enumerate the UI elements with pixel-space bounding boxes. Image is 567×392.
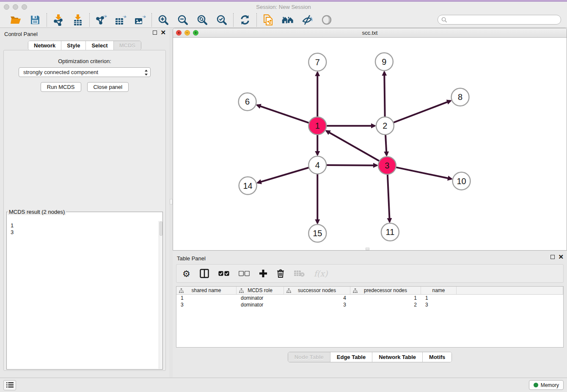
tab-node-table[interactable]: Node Table xyxy=(288,352,330,362)
close-panel-icon[interactable]: ✕ xyxy=(160,30,166,35)
network-title: scc.txt xyxy=(173,30,567,36)
zoom-out-icon[interactable] xyxy=(176,14,189,26)
node-table[interactable]: shared name MCDS role successor nodes pr… xyxy=(176,286,564,348)
column-header-name[interactable]: name xyxy=(421,287,457,294)
cell-mcds-role[interactable]: dominator xyxy=(237,295,284,301)
toolbar-search xyxy=(438,15,561,25)
canvas-splitter-handle[interactable] xyxy=(366,248,369,250)
minimize-window-button[interactable] xyxy=(13,4,18,10)
graph-edge-2-9[interactable] xyxy=(384,72,385,117)
column-header-shared-name[interactable]: shared name xyxy=(176,287,237,294)
tab-network[interactable]: Network xyxy=(28,41,61,50)
graph-node-label-3: 3 xyxy=(385,161,389,170)
optimization-criterion-dropdown[interactable]: strongly connected component xyxy=(19,67,151,77)
run-mcds-button[interactable]: Run MCDS xyxy=(41,82,81,92)
mcds-result-scrollbar[interactable] xyxy=(159,221,162,369)
cell-successor-nodes[interactable]: 3 xyxy=(284,301,350,308)
deselect-all-icon[interactable] xyxy=(239,271,250,276)
tab-edge-table[interactable]: Edge Table xyxy=(330,352,372,362)
network-zoom-button[interactable]: + xyxy=(193,30,198,36)
mcds-result-title: MCDS result (2 nodes) xyxy=(8,209,66,215)
table-settings-gear-icon[interactable]: ⚙ xyxy=(182,269,190,278)
column-header-predecessor-nodes[interactable]: predecessor nodes xyxy=(350,287,421,294)
graph-node-label-4: 4 xyxy=(315,160,320,170)
network-window: × − + scc.txt 7968124314101511 xyxy=(173,28,567,251)
zoom-window-button[interactable] xyxy=(22,4,27,10)
delete-table-icon[interactable] xyxy=(294,270,305,277)
show-hidden-eye-icon[interactable] xyxy=(320,14,333,26)
column-header-successor-nodes[interactable]: successor nodes xyxy=(284,287,350,294)
cell-successor-nodes[interactable]: 4 xyxy=(284,295,350,301)
control-panel: Control Panel ✕ Network Style Select MCD… xyxy=(0,28,169,378)
copy-network-icon[interactable] xyxy=(262,14,275,26)
import-network-icon[interactable] xyxy=(52,14,65,26)
list-icon xyxy=(6,382,14,388)
export-image-icon[interactable] xyxy=(134,14,146,26)
network-window-titlebar[interactable]: × − + scc.txt xyxy=(173,28,567,38)
cell-predecessor-nodes[interactable]: 2 xyxy=(350,301,421,308)
graph-edge-4-3[interactable] xyxy=(326,165,377,166)
close-panel-button[interactable]: Close panel xyxy=(87,82,129,92)
zoom-fit-icon[interactable] xyxy=(196,14,209,26)
optimization-criterion-label: Optimization criterion: xyxy=(4,58,165,64)
mcds-result-text[interactable]: 1 3 xyxy=(7,221,162,369)
tab-motifs[interactable]: Motifs xyxy=(422,352,451,362)
show-columns-icon[interactable] xyxy=(200,269,209,278)
search-input[interactable] xyxy=(438,15,561,25)
table-row[interactable]: 3 dominator 3 2 3 xyxy=(176,301,563,308)
task-history-button[interactable] xyxy=(3,380,16,390)
export-table-icon[interactable] xyxy=(114,14,127,26)
import-table-icon[interactable] xyxy=(72,14,84,26)
tab-style[interactable]: Style xyxy=(61,41,85,50)
graph-edge-1-6[interactable] xyxy=(257,105,309,123)
graph-edge-4-14[interactable] xyxy=(258,168,309,183)
network-close-button[interactable]: × xyxy=(176,30,182,36)
hide-selected-eye-icon[interactable] xyxy=(301,14,314,26)
tab-mcds[interactable]: MCDS xyxy=(113,41,141,50)
session-title: Session: New Session xyxy=(0,4,567,10)
column-header-mcds-role[interactable]: MCDS role xyxy=(237,287,284,294)
table-row[interactable]: 1 dominator 4 1 1 xyxy=(176,295,563,301)
cell-shared-name[interactable]: 1 xyxy=(176,295,237,301)
cell-name[interactable]: 3 xyxy=(421,301,457,308)
refresh-layout-icon[interactable] xyxy=(239,14,251,26)
graph-node-label-14: 14 xyxy=(243,181,253,190)
first-neighbors-icon[interactable] xyxy=(281,14,294,26)
cell-shared-name[interactable]: 3 xyxy=(176,301,237,308)
cell-name[interactable]: 1 xyxy=(421,295,457,301)
status-bar: Memory xyxy=(0,378,567,392)
splitter-handle[interactable] xyxy=(170,199,173,204)
tab-network-table[interactable]: Network Table xyxy=(372,352,422,362)
cell-mcds-role[interactable]: dominator xyxy=(237,301,284,308)
graph-node-label-1: 1 xyxy=(315,121,320,130)
table-panel-title: Table Panel xyxy=(177,255,206,262)
cell-predecessor-nodes[interactable]: 1 xyxy=(350,295,421,301)
function-builder-icon[interactable]: f(x) xyxy=(314,269,328,278)
select-all-icon[interactable] xyxy=(218,271,229,276)
export-network-icon[interactable] xyxy=(95,14,107,26)
add-column-icon[interactable] xyxy=(259,269,267,278)
graph-node-label-10: 10 xyxy=(457,177,466,186)
memory-button[interactable]: Memory xyxy=(529,380,564,390)
delete-icon[interactable] xyxy=(277,269,284,278)
zoom-selected-icon[interactable] xyxy=(215,14,228,26)
tab-select[interactable]: Select xyxy=(85,41,113,50)
close-window-button[interactable] xyxy=(4,4,9,10)
float-table-panel-icon[interactable] xyxy=(550,255,555,259)
graph-edge-3-10[interactable] xyxy=(396,167,451,179)
network-canvas[interactable]: 7968124314101511 xyxy=(173,38,567,250)
graph-edge-3-1[interactable] xyxy=(326,131,380,161)
open-file-icon[interactable] xyxy=(9,14,22,26)
close-table-panel-icon[interactable]: ✕ xyxy=(558,255,564,259)
network-minimize-button[interactable]: − xyxy=(184,30,190,36)
zoom-in-icon[interactable] xyxy=(157,14,170,26)
search-icon xyxy=(441,17,447,23)
vertical-splitter[interactable] xyxy=(169,28,173,378)
main-toolbar xyxy=(0,12,567,28)
save-icon[interactable] xyxy=(29,14,41,26)
table-toolbar: ⚙ f(x) xyxy=(176,264,564,283)
graph-edge-2-3[interactable] xyxy=(385,135,387,155)
float-panel-icon[interactable] xyxy=(153,30,157,35)
graph-edge-3-11[interactable] xyxy=(388,174,390,222)
graph-edge-2-8[interactable] xyxy=(393,101,451,123)
